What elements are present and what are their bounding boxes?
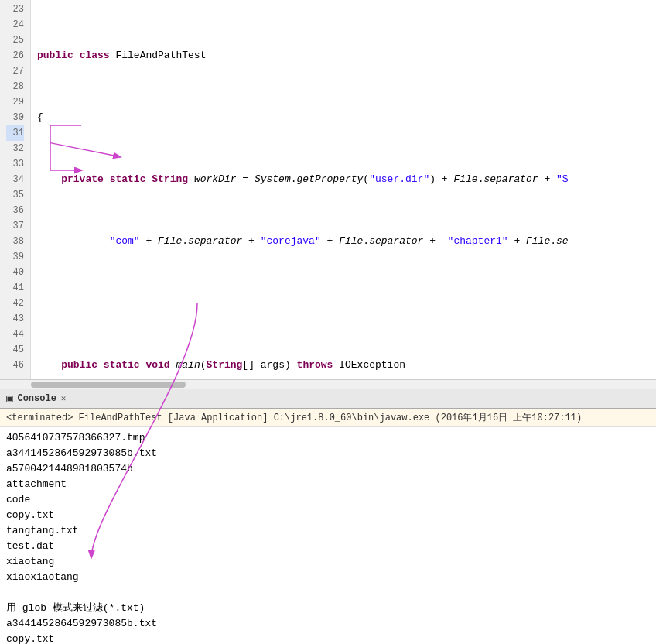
- scrollbar-thumb[interactable]: [31, 382, 186, 388]
- console-out-5: code: [6, 492, 650, 508]
- ln-37: 37: [6, 218, 24, 234]
- console-out-2: a3441452864592973085b.txt: [6, 446, 650, 461]
- main-container: 23 24 25 26 27 28 29 30 31 32 33 34 35 3…: [0, 0, 656, 644]
- code-area: 23 24 25 26 27 28 29 30 31 32 33 34 35 3…: [0, 0, 656, 379]
- ln-40: 40: [6, 265, 24, 280]
- ln-41: 41: [6, 280, 24, 296]
- ln-42: 42: [6, 296, 24, 311]
- ln-46: 46: [6, 358, 24, 373]
- console-empty-1: [6, 585, 650, 601]
- ln-26: 26: [6, 48, 24, 63]
- ln-45: 45: [6, 342, 24, 358]
- console-out-6: copy.txt: [6, 508, 650, 523]
- editor-scrollbar[interactable]: [0, 379, 656, 389]
- ln-43: 43: [6, 311, 24, 327]
- console-out-11: 用 glob 模式来过滤(*.txt): [6, 601, 650, 616]
- ln-36: 36: [6, 203, 24, 218]
- code-content[interactable]: public class FileAndPathTest { private s…: [31, 0, 656, 379]
- line-numbers: 23 24 25 26 27 28 29 30 31 32 33 34 35 3…: [0, 0, 31, 379]
- code-line-27: [37, 296, 656, 311]
- console-out-12: a3441452864592973085b.txt: [6, 616, 650, 632]
- console-out-13: copy.txt: [6, 632, 650, 644]
- console-title: Console: [17, 393, 56, 404]
- code-line-26: "com" + File.separator + "corejava" + Fi…: [37, 234, 656, 249]
- ln-28: 28: [6, 79, 24, 94]
- code-line-25: private static String workDir = System.g…: [37, 172, 656, 187]
- console-out-1: 4056410737578366327.tmp: [6, 430, 650, 446]
- console-out-10: xiaoxiaotang: [6, 570, 650, 585]
- console-status: <terminated> FileAndPathTest [Java Appli…: [0, 409, 656, 427]
- console-out-9: xiaotang: [6, 554, 650, 570]
- ln-33: 33: [6, 156, 24, 172]
- ln-39: 39: [6, 249, 24, 265]
- console-out-4: attachment: [6, 477, 650, 492]
- console-tab-x: ✕: [61, 393, 67, 403]
- console-panel: ▣ Console ✕ <terminated> FileAndPathTest…: [0, 389, 656, 644]
- code-line-23: public class FileAndPathTest: [37, 48, 656, 63]
- ln-34: 34: [6, 172, 24, 187]
- console-out-8: test.dat: [6, 539, 650, 554]
- ln-44: 44: [6, 327, 24, 342]
- console-output: 4056410737578366327.tmp a344145286459297…: [0, 427, 656, 644]
- console-header: ▣ Console ✕: [0, 389, 656, 409]
- ln-23: 23: [6, 2, 24, 17]
- code-line-24: {: [37, 110, 656, 125]
- console-status-text: <terminated> FileAndPathTest [Java Appli…: [6, 413, 582, 423]
- ln-32: 32: [6, 141, 24, 156]
- ln-30: 30: [6, 110, 24, 125]
- editor-panel: 23 24 25 26 27 28 29 30 31 32 33 34 35 3…: [0, 0, 656, 379]
- ln-29: 29: [6, 94, 24, 110]
- ln-27: 27: [6, 63, 24, 79]
- ln-38: 38: [6, 234, 24, 249]
- ln-35: 35: [6, 187, 24, 203]
- code-line-28: public static void main(String[] args) t…: [37, 358, 656, 373]
- console-out-7: tangtang.txt: [6, 523, 650, 539]
- ln-25: 25: [6, 33, 24, 48]
- ln-31: 31: [6, 125, 24, 141]
- console-icon: ▣: [6, 392, 12, 405]
- ln-24: 24: [6, 17, 24, 33]
- console-out-3: a5700421448981803574b: [6, 461, 650, 477]
